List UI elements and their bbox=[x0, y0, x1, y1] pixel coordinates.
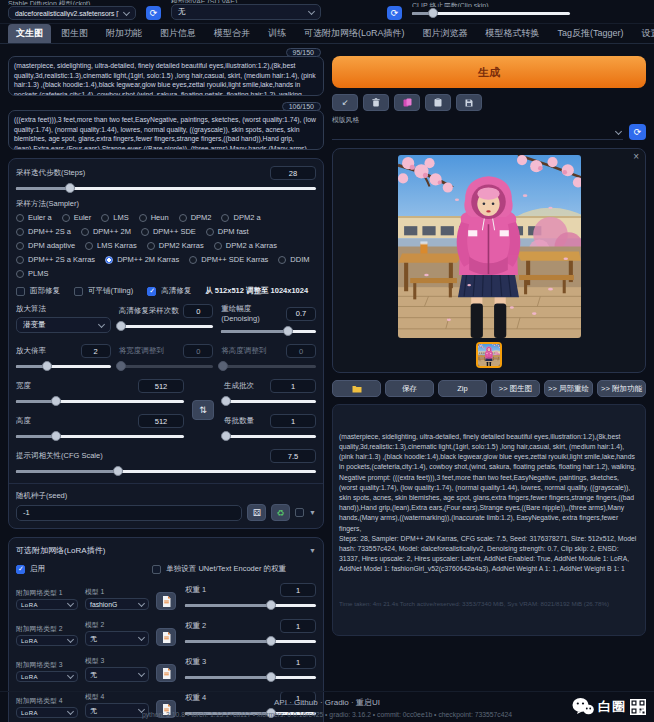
reuse-seed-button[interactable]: ♻ bbox=[271, 504, 290, 521]
tiling-checkbox[interactable]: 可平铺(Tiling) bbox=[74, 286, 133, 296]
send-to-extras-button[interactable]: >> 附加功能 bbox=[597, 380, 646, 397]
tab-model-converter[interactable]: 模型格式转换 bbox=[478, 24, 548, 43]
vae-dropdown[interactable]: 无 bbox=[171, 4, 321, 20]
tab-tagger[interactable]: Tag反推(Tagger) bbox=[550, 24, 632, 43]
batch-size-value[interactable]: 1 bbox=[270, 414, 316, 428]
steps-slider[interactable] bbox=[16, 183, 316, 193]
steps-value[interactable]: 28 bbox=[270, 166, 316, 180]
negative-prompt-input[interactable]: (((extra feet))),3 feet,more than two fe… bbox=[8, 110, 324, 150]
tab-checkpoint-merger[interactable]: 模型合并 bbox=[206, 24, 258, 43]
send-to-img2img-button[interactable]: >> 图生图 bbox=[491, 380, 540, 397]
upscale-by-slider[interactable] bbox=[16, 361, 111, 371]
lora-model-dropdown[interactable]: 无 bbox=[85, 667, 149, 682]
height-value[interactable]: 512 bbox=[138, 414, 184, 428]
sampler-option[interactable]: Euler a bbox=[16, 213, 52, 222]
reload-ui-link[interactable]: 重启UI bbox=[356, 698, 380, 707]
model-dropdown[interactable]: dalceforealisticallyv2.safetensors [7335… bbox=[8, 6, 136, 20]
cfg-slider[interactable] bbox=[16, 466, 316, 476]
lora-enable-checkbox[interactable]: 启用 bbox=[16, 564, 152, 574]
tab-img2img[interactable]: 图生图 bbox=[53, 24, 96, 43]
prompt-input[interactable]: (masterpiece, sidelighting, ultra-detail… bbox=[8, 56, 324, 96]
github-link[interactable]: Github bbox=[294, 698, 318, 707]
hires-steps-value[interactable]: 0 bbox=[183, 304, 213, 318]
upscaler-dropdown[interactable]: 潜变量 bbox=[16, 317, 111, 333]
generate-button[interactable]: 生成 bbox=[332, 56, 646, 88]
tab-extras[interactable]: 附加功能 bbox=[98, 24, 150, 43]
save-style-button[interactable] bbox=[456, 94, 482, 111]
generated-image[interactable] bbox=[398, 155, 581, 338]
lora-weight-slider[interactable] bbox=[185, 636, 316, 646]
cfg-value[interactable]: 7.5 bbox=[270, 449, 316, 463]
lora-weight-value[interactable]: 1 bbox=[280, 619, 316, 633]
lora-model-dropdown[interactable]: 无 bbox=[85, 631, 149, 646]
sampler-option[interactable]: Euler bbox=[62, 213, 92, 222]
close-icon[interactable]: × bbox=[633, 151, 639, 162]
sampler-option[interactable]: DPM2 a Karras bbox=[214, 241, 277, 250]
zip-button[interactable]: Zip bbox=[438, 380, 487, 397]
batch-count-value[interactable]: 1 bbox=[270, 379, 316, 393]
lora-weight-slider[interactable] bbox=[185, 672, 316, 682]
restore-faces-checkbox[interactable]: 面部修复 bbox=[16, 286, 60, 296]
open-folder-button[interactable] bbox=[332, 380, 381, 397]
extra-networks-button[interactable] bbox=[394, 94, 420, 111]
lora-accordion-header[interactable]: 可选附加网络(LoRA插件) ▼ bbox=[16, 545, 316, 556]
styles-dropdown[interactable] bbox=[332, 126, 623, 140]
sampler-option[interactable]: PLMS bbox=[16, 269, 48, 278]
sampler-option[interactable]: DPM fast bbox=[206, 227, 249, 236]
height-slider[interactable] bbox=[16, 431, 184, 441]
lora-separate-weights-checkbox[interactable]: 单独设置 UNet/Text Encoder 的权重 bbox=[152, 564, 316, 574]
apply-style-button[interactable] bbox=[425, 94, 451, 111]
lora-model-info-button[interactable] bbox=[156, 628, 176, 646]
denoising-slider[interactable] bbox=[221, 326, 316, 336]
seed-expand-arrow-icon[interactable]: ▼ bbox=[309, 509, 316, 516]
swap-dimensions-button[interactable]: ⇅ bbox=[192, 400, 214, 420]
sampler-option[interactable]: LMS bbox=[101, 213, 128, 222]
lora-weight-slider[interactable] bbox=[185, 600, 316, 610]
tab-txt2img[interactable]: 文生图 bbox=[8, 24, 51, 43]
sampler-option[interactable]: LMS Karras bbox=[85, 241, 137, 250]
tab-image-browser[interactable]: 图片浏览器 bbox=[415, 24, 476, 43]
batch-size-slider[interactable] bbox=[224, 431, 316, 441]
save-button[interactable]: 保存 bbox=[385, 380, 434, 397]
lora-weight-value[interactable]: 1 bbox=[280, 655, 316, 669]
tab-additional-networks[interactable]: 可选附加网络(LoRA插件) bbox=[296, 24, 413, 43]
sampler-option[interactable]: DPM adaptive bbox=[16, 241, 75, 250]
tab-settings[interactable]: 设置 bbox=[634, 24, 654, 43]
sampler-option-selected[interactable]: DPM++ 2M Karras bbox=[105, 255, 179, 264]
vae-refresh-button[interactable]: ⟳ bbox=[387, 6, 402, 20]
lora-model-info-button[interactable] bbox=[156, 592, 176, 610]
random-seed-button[interactable]: ⚄ bbox=[247, 504, 266, 521]
paste-params-button[interactable]: ↙ bbox=[332, 94, 358, 111]
lora-type-dropdown[interactable]: LoRA bbox=[16, 599, 78, 610]
sampler-option[interactable]: DPM++ SDE Karras bbox=[189, 255, 268, 264]
sampler-option[interactable]: DPM++ 2S a bbox=[16, 227, 71, 236]
width-slider[interactable] bbox=[16, 396, 184, 406]
sampler-option[interactable]: DPM++ 2S a Karras bbox=[16, 255, 95, 264]
lora-weight-value[interactable]: 1 bbox=[280, 583, 316, 597]
send-to-inpaint-button[interactable]: >> 局部重绘 bbox=[544, 380, 593, 397]
sampler-option[interactable]: DPM++ SDE bbox=[141, 227, 196, 236]
hires-steps-slider[interactable] bbox=[119, 321, 214, 331]
gallery-thumbnail[interactable] bbox=[476, 342, 502, 368]
upscale-by-value[interactable]: 2 bbox=[81, 344, 111, 358]
seed-input[interactable]: -1 bbox=[16, 505, 242, 521]
tab-train[interactable]: 训练 bbox=[260, 24, 294, 43]
lora-type-dropdown[interactable]: LoRA bbox=[16, 635, 78, 646]
refresh-styles-button[interactable]: ⟳ bbox=[629, 124, 646, 140]
lora-model-info-button[interactable] bbox=[156, 664, 176, 682]
sampler-option[interactable]: DPM2 Karras bbox=[147, 241, 204, 250]
lora-type-dropdown[interactable]: LoRA bbox=[16, 671, 78, 682]
hires-fix-checkbox[interactable]: 高清修复 bbox=[147, 286, 191, 296]
sampler-option[interactable]: DDIM bbox=[278, 255, 309, 264]
sampler-option[interactable]: Heun bbox=[139, 213, 169, 222]
extra-seed-checkbox[interactable] bbox=[295, 508, 304, 517]
model-refresh-button[interactable]: ⟳ bbox=[146, 6, 161, 20]
width-value[interactable]: 512 bbox=[138, 379, 184, 393]
batch-count-slider[interactable] bbox=[224, 396, 316, 406]
clear-prompt-button[interactable] bbox=[363, 94, 389, 111]
denoising-value[interactable]: 0.7 bbox=[286, 307, 316, 321]
tab-png-info[interactable]: 图片信息 bbox=[152, 24, 204, 43]
api-link[interactable]: API bbox=[274, 698, 287, 707]
sampler-option[interactable]: DPM2 a bbox=[221, 213, 260, 222]
clip-skip-slider[interactable] bbox=[412, 8, 570, 18]
